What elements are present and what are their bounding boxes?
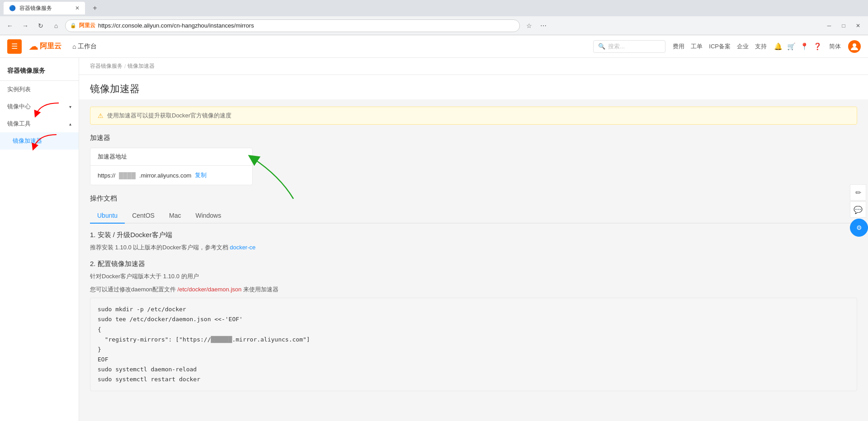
workbench-label: 工作台 (78, 42, 97, 51)
app-container: ☰ ☁ 阿里云 ⌂ 工作台 🔍 搜索... 费用 工单 ICP备案 企业 支持 … (0, 35, 868, 421)
aliyun-logo-small: 阿里云 (79, 22, 95, 29)
docs-tabs-bar: Ubuntu CentOS Mac Windows (90, 208, 857, 224)
home-icon: ⌂ (72, 43, 76, 50)
step2-desc1: 针对Docker客户端版本大于 1.10.0 的用户 (90, 272, 857, 281)
browser-toolbar: ← → ↻ ⌂ 🔒 阿里云 https://cr.console.aliyun.… (0, 16, 868, 35)
svg-point-0 (853, 43, 856, 47)
tab-centos[interactable]: CentOS (125, 208, 162, 224)
mirror-accelerator-label: 镜像加速器 (13, 137, 42, 145)
top-nav-icons: 🔔 🛒 📍 ❓ (774, 42, 822, 51)
hamburger-menu-btn[interactable]: ☰ (7, 39, 22, 54)
avatar-icon (850, 42, 859, 51)
reload-button[interactable]: ↻ (34, 19, 47, 32)
breadcrumb-current: 镜像加速器 (127, 62, 155, 70)
aliyun-logo: ☁ 阿里云 (29, 41, 61, 52)
info-banner: ⚠ 使用加速器可以提升获取Docker官方镜像的速度 (90, 107, 857, 125)
workbench-btn[interactable]: ⌂ 工作台 (69, 41, 100, 52)
page-title: 镜像加速器 (90, 82, 857, 96)
step2-desc3: 来使用加速器 (243, 286, 278, 293)
minimize-btn[interactable]: ─ (823, 19, 835, 32)
url-text: https://cr.console.aliyun.com/cn-hangzho… (98, 22, 254, 29)
sidebar-title: 容器镜像服务 (0, 61, 79, 81)
accelerator-card: 加速器地址 https:// ████ .mirror.aliyuncs.com… (90, 148, 253, 185)
close-btn[interactable]: ✕ (852, 19, 864, 32)
accelerator-section-title: 加速器 (90, 134, 857, 142)
top-nav-links: 费用 工单 ICP备案 企业 支持 (673, 42, 767, 51)
bookmark-star-btn[interactable]: ☆ (523, 19, 535, 32)
instance-list-label: 实例列表 (7, 85, 31, 94)
location-icon[interactable]: 📍 (800, 42, 809, 51)
nav-link-ticket[interactable]: 工单 (691, 42, 703, 51)
restore-btn[interactable]: □ (837, 19, 850, 32)
chat-side-btn[interactable]: 💬 (850, 201, 866, 218)
user-avatar[interactable] (848, 40, 861, 53)
content-wrapper: 容器镜像服务 实例列表 镜像中心 ▾ 镜像工具 ▴ 镜像加速器 (0, 58, 868, 421)
nav-link-support[interactable]: 支持 (755, 42, 767, 51)
tab-windows[interactable]: Windows (188, 208, 228, 224)
top-nav: ☰ ☁ 阿里云 ⌂ 工作台 🔍 搜索... 费用 工单 ICP备案 企业 支持 … (0, 35, 868, 58)
step1-title: 1. 安装 / 升级Docker客户端 (90, 231, 857, 239)
mirror-center-label: 镜像中心 (7, 103, 31, 111)
top-nav-right: 🔍 搜索... 费用 工单 ICP备案 企业 支持 🔔 🛒 📍 ❓ 简体 (593, 40, 861, 53)
tab-close-btn[interactable]: ✕ (75, 5, 80, 11)
step2-title: 2. 配置镜像加速器 (90, 260, 857, 268)
nav-link-fees[interactable]: 费用 (673, 42, 684, 51)
logo-text: 阿里云 (40, 42, 61, 51)
ssl-lock-icon: 🔒 (70, 23, 76, 28)
url-masked: ████ (119, 172, 136, 179)
docs-title: 操作文档 (90, 194, 857, 203)
toolbar-actions: ☆ ⋯ ─ □ ✕ (523, 19, 864, 32)
tab-title: 容器镜像服务 (19, 5, 71, 12)
help-side-btn[interactable]: ⚙ (850, 219, 868, 237)
nav-link-icp[interactable]: ICP备案 (709, 42, 731, 51)
docs-section: 操作文档 Ubuntu CentOS Mac Windows 1. 安装 / 升… (90, 194, 857, 391)
info-banner-text: 使用加速器可以提升获取Docker官方镜像的速度 (107, 112, 231, 120)
breadcrumb-link-service[interactable]: 容器镜像服务 (90, 62, 123, 70)
breadcrumb-separator: / (124, 63, 126, 70)
browser-titlebar: 🔵 容器镜像服务 ✕ + (0, 0, 868, 16)
logo-icon: ☁ (29, 41, 38, 52)
sidebar-item-instance-list[interactable]: 实例列表 (0, 81, 79, 98)
new-tab-button[interactable]: + (89, 2, 101, 14)
back-button[interactable]: ← (4, 19, 16, 32)
chevron-down-icon: ▾ (69, 104, 71, 109)
main-content: 容器镜像服务 / 镜像加速器 镜像加速器 ⚠ 使用加速器可以提升获取Docker… (79, 58, 868, 421)
step1-desc: 推荐安装 1.10.0 以上版本的Docker客户端，参考文档 docker-c… (90, 243, 857, 253)
code-block: sudo mkdir -p /etc/docker sudo tee /etc/… (90, 298, 857, 391)
search-icon: 🔍 (598, 43, 605, 50)
sidebar-item-mirror-center[interactable]: 镜像中心 ▾ (0, 98, 79, 115)
search-box[interactable]: 🔍 搜索... (593, 40, 665, 53)
step2-desc2: 您可以通过修改daemon配置文件 /etc/docker/daemon.jso… (90, 285, 857, 295)
help-icon[interactable]: ❓ (813, 42, 822, 51)
step2-desc2-text: 您可以通过修改daemon配置文件 (90, 286, 176, 293)
url-prefix: https:// (98, 172, 115, 179)
bell-icon[interactable]: 🔔 (774, 42, 783, 51)
address-bar[interactable]: 🔒 阿里云 https://cr.console.aliyun.com/cn-h… (65, 19, 520, 32)
forward-button[interactable]: → (19, 19, 32, 32)
tab-favicon: 🔵 (9, 5, 16, 11)
page-body: ⚠ 使用加速器可以提升获取Docker官方镜像的速度 加速器 加速器地址 htt… (79, 99, 868, 402)
page-header: 镜像加速器 (79, 75, 868, 99)
card-body: https:// ████ .mirror.aliyuncs.com 复制 (90, 166, 252, 185)
more-btn[interactable]: ⋯ (537, 19, 550, 32)
nav-link-enterprise[interactable]: 企业 (737, 42, 749, 51)
sidebar: 容器镜像服务 实例列表 镜像中心 ▾ 镜像工具 ▴ 镜像加速器 (0, 58, 79, 421)
home-button[interactable]: ⌂ (50, 19, 62, 32)
url-suffix: .mirror.aliyuncs.com (139, 172, 192, 179)
edit-side-btn[interactable]: ✏ (850, 184, 866, 201)
copy-url-btn[interactable]: 复制 (195, 171, 207, 179)
search-placeholder: 搜索... (608, 42, 625, 51)
breadcrumb: 容器镜像服务 / 镜像加速器 (79, 58, 868, 75)
sidebar-item-mirror-accelerator[interactable]: 镜像加速器 (0, 132, 79, 150)
browser-tab[interactable]: 🔵 容器镜像服务 ✕ (4, 2, 85, 14)
chevron-up-icon: ▴ (69, 122, 71, 126)
lang-btn[interactable]: 简体 (829, 42, 841, 51)
browser-chrome: 🔵 容器镜像服务 ✕ + ← → ↻ ⌂ 🔒 阿里云 https://cr.co… (0, 0, 868, 35)
step1-desc-text: 推荐安装 1.10.0 以上版本的Docker客户端，参考文档 (90, 244, 228, 251)
tab-mac[interactable]: Mac (162, 208, 188, 224)
docker-ce-link[interactable]: docker-ce (230, 244, 255, 251)
info-circle-icon: ⚠ (98, 112, 104, 119)
cart-icon[interactable]: 🛒 (787, 42, 796, 51)
tab-ubuntu[interactable]: Ubuntu (90, 208, 125, 224)
sidebar-item-mirror-tools[interactable]: 镜像工具 ▴ (0, 115, 79, 132)
